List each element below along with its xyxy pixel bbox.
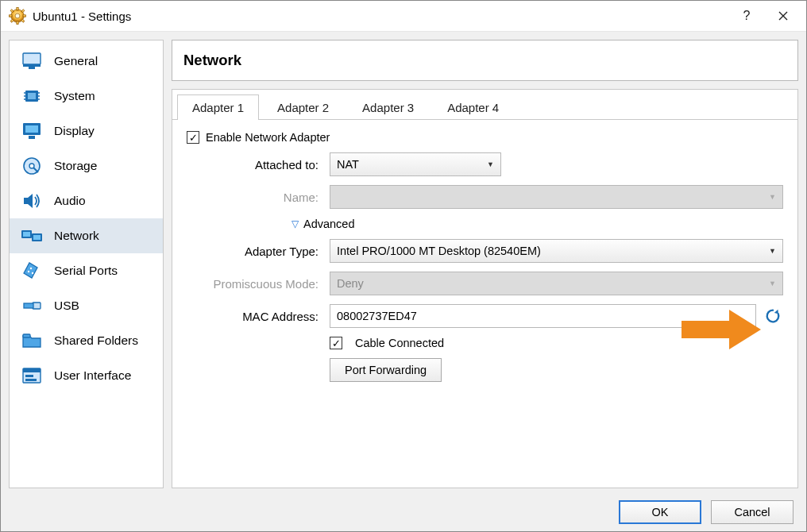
svg-rect-6 — [21, 19, 25, 22]
highlight-arrow-icon — [682, 310, 761, 349]
svg-rect-34 — [24, 303, 33, 308]
sidebar-item-shared-folders[interactable]: Shared Folders — [10, 323, 163, 358]
svg-rect-8 — [21, 10, 25, 13]
cancel-button[interactable]: Cancel — [711, 500, 793, 524]
name-select: ▼ — [330, 185, 783, 209]
gear-icon — [9, 7, 26, 25]
sidebar-item-usb[interactable]: USB — [10, 288, 163, 323]
svg-rect-14 — [28, 93, 36, 99]
chevron-down-icon: ▼ — [769, 279, 776, 287]
sidebar-item-audio[interactable]: Audio — [10, 183, 163, 218]
adapter-form: Enable Network Adapter Attached to: NAT … — [172, 120, 797, 402]
sidebar-item-label: Shared Folders — [54, 333, 138, 348]
enable-adapter-label: Enable Network Adapter — [206, 131, 330, 144]
sidebar-item-network[interactable]: Network — [10, 218, 163, 253]
section-title: Network — [183, 52, 786, 69]
svg-rect-38 — [25, 375, 33, 377]
sidebar-item-label: Display — [54, 124, 95, 138]
attached-to-label: Attached to: — [187, 158, 330, 172]
close-button[interactable] — [765, 3, 801, 29]
svg-rect-22 — [25, 125, 38, 133]
svg-rect-23 — [29, 136, 35, 139]
ok-label: OK — [652, 506, 669, 519]
promiscuous-mode-value: Deny — [337, 277, 364, 290]
sidebar-item-storage[interactable]: Storage — [10, 148, 163, 183]
tab-adapter-3[interactable]: Adapter 3 — [347, 94, 429, 120]
monitor-icon — [21, 52, 43, 71]
adapter-type-label: Adapter Type: — [187, 245, 330, 258]
svg-rect-29 — [33, 235, 41, 240]
sidebar-item-label: General — [54, 54, 98, 68]
svg-rect-4 — [23, 15, 26, 17]
ok-button[interactable]: OK — [619, 500, 701, 524]
attached-to-value: NAT — [337, 158, 359, 171]
enable-adapter-checkbox[interactable] — [187, 131, 199, 144]
mac-address-label: MAC Address: — [187, 310, 330, 323]
advanced-label[interactable]: Advanced — [303, 218, 355, 230]
serial-port-icon — [21, 261, 43, 280]
promiscuous-mode-select: Deny ▼ — [330, 272, 783, 295]
svg-rect-39 — [25, 379, 37, 381]
refresh-icon — [764, 307, 782, 325]
promiscuous-mode-label: Promiscuous Mode: — [187, 277, 330, 291]
chevron-down-icon: ▼ — [769, 193, 776, 201]
sidebar-item-label: System — [54, 89, 95, 103]
svg-rect-35 — [23, 334, 30, 337]
svg-rect-11 — [23, 64, 41, 67]
tab-adapter-4[interactable]: Adapter 4 — [432, 94, 514, 120]
svg-point-31 — [30, 268, 32, 269]
svg-rect-5 — [10, 10, 14, 13]
settings-window: Ubuntu1 - Settings ? General System — [0, 0, 807, 532]
svg-rect-1 — [17, 7, 18, 10]
sidebar-item-label: USB — [54, 299, 79, 313]
network-icon — [21, 226, 43, 245]
adapter-type-value: Intel PRO/1000 MT Desktop (82540EM) — [337, 245, 541, 257]
main-panel: Network Adapter 1 Adapter 2 Adapter 3 Ad… — [172, 40, 798, 488]
name-label: Name: — [187, 191, 330, 204]
adapter-tabs: Adapter 1 Adapter 2 Adapter 3 Adapter 4 — [172, 90, 797, 120]
sidebar-item-label: Storage — [54, 159, 97, 173]
tab-adapter-1[interactable]: Adapter 1 — [177, 94, 259, 120]
window-icon — [21, 366, 43, 385]
sidebar-item-general[interactable]: General — [10, 44, 163, 79]
speaker-icon — [21, 191, 43, 210]
port-forwarding-button[interactable]: Port Forwarding — [330, 358, 442, 382]
titlebar: Ubuntu1 - Settings ? — [1, 1, 806, 32]
sidebar-item-user-interface[interactable]: User Interface — [10, 358, 163, 393]
chevron-down-icon: ▼ — [487, 160, 494, 168]
mac-refresh-button[interactable] — [763, 306, 783, 326]
sidebar-item-serial-ports[interactable]: Serial Ports — [10, 253, 163, 288]
disk-icon — [21, 156, 43, 175]
svg-rect-10 — [23, 53, 41, 64]
settings-sidebar: General System Display Storage — [9, 40, 164, 488]
folder-icon — [21, 331, 43, 350]
usb-icon — [21, 296, 43, 315]
svg-rect-7 — [10, 19, 14, 22]
svg-point-9 — [15, 13, 20, 18]
dialog-footer: OK Cancel — [1, 493, 806, 531]
svg-rect-2 — [17, 21, 18, 25]
sidebar-item-label: Network — [54, 229, 99, 243]
svg-point-32 — [32, 272, 33, 274]
sidebar-item-label: Audio — [54, 194, 86, 208]
section-header: Network — [172, 40, 798, 81]
svg-rect-27 — [23, 232, 30, 237]
sidebar-item-display[interactable]: Display — [10, 114, 163, 148]
sidebar-item-system[interactable]: System — [10, 79, 163, 114]
cable-connected-checkbox[interactable] — [330, 337, 342, 349]
svg-point-30 — [28, 271, 29, 272]
port-forwarding-label: Port Forwarding — [345, 364, 427, 376]
svg-rect-37 — [23, 368, 41, 372]
svg-rect-3 — [9, 15, 12, 17]
tab-adapter-2[interactable]: Adapter 2 — [262, 94, 344, 120]
advanced-toggle-icon[interactable]: ▽ — [292, 218, 299, 229]
chip-icon — [21, 87, 43, 106]
adapter-type-select[interactable]: Intel PRO/1000 MT Desktop (82540EM) ▼ — [330, 239, 783, 263]
help-button[interactable]: ? — [728, 3, 765, 29]
window-title: Ubuntu1 - Settings — [33, 10, 131, 23]
attached-to-select[interactable]: NAT ▼ — [330, 152, 501, 176]
cable-connected-label: Cable Connected — [355, 337, 444, 349]
svg-rect-12 — [29, 67, 35, 69]
network-panel: Adapter 1 Adapter 2 Adapter 3 Adapter 4 … — [172, 89, 798, 488]
cancel-label: Cancel — [734, 506, 770, 519]
